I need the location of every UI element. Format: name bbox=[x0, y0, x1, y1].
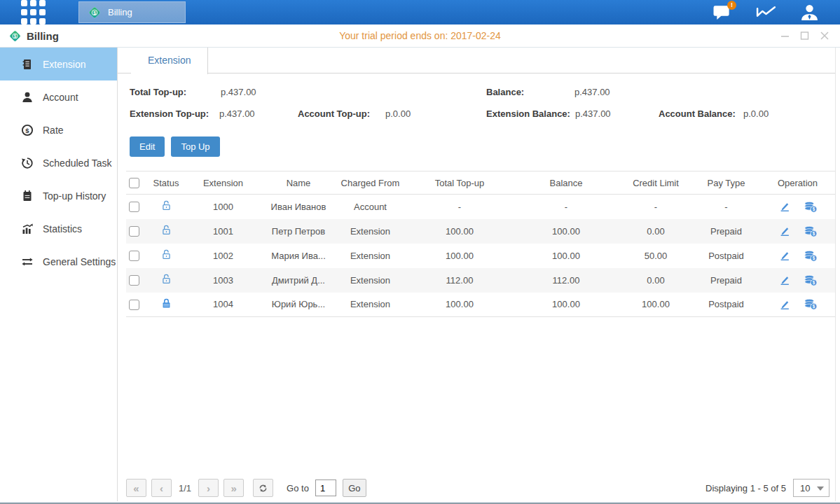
table-row: 1002 Мария Ива... Extension 100.00 100.0… bbox=[126, 244, 835, 268]
cell-name: Иван Иванов bbox=[263, 195, 334, 219]
sliders-icon bbox=[21, 255, 34, 268]
close-button[interactable] bbox=[819, 30, 830, 41]
sidebar-item-topup-history[interactable]: Top-up History bbox=[0, 179, 117, 212]
row-checkbox[interactable] bbox=[129, 251, 139, 261]
goto-label: Go to bbox=[287, 483, 309, 493]
cell-extension: 1001 bbox=[184, 219, 263, 244]
table-row: 1003 Дмитрий Д... Extension 112.00 112.0… bbox=[126, 268, 835, 293]
edit-icon[interactable] bbox=[778, 274, 791, 286]
lock-open-icon[interactable] bbox=[160, 248, 172, 260]
sidebar-item-scheduled-task[interactable]: Scheduled Task bbox=[0, 146, 117, 179]
account-balance-value: p.0.00 bbox=[743, 108, 769, 119]
table-header-row: Status Extension Name Charged From Total… bbox=[126, 172, 835, 195]
cell-extension: 1002 bbox=[184, 244, 263, 268]
cell-total-topup: 100.00 bbox=[406, 293, 513, 317]
cell-credit-limit: 0.00 bbox=[619, 219, 692, 244]
cell-name: Дмитрий Д... bbox=[263, 268, 334, 293]
next-page-icon: › bbox=[207, 482, 210, 494]
row-checkbox[interactable] bbox=[129, 300, 139, 310]
cell-pay-type: Postpaid bbox=[692, 244, 760, 268]
chevron-down-icon bbox=[817, 486, 824, 491]
sidebar-item-label: Statistics bbox=[43, 223, 82, 234]
taskbar: Billing ! bbox=[0, 0, 840, 24]
refresh-icon bbox=[258, 483, 268, 493]
apps-grid-icon[interactable] bbox=[21, 0, 46, 24]
cell-total-topup: 100.00 bbox=[406, 244, 513, 268]
account-menu-button[interactable] bbox=[798, 3, 820, 22]
sidebar-item-extension[interactable]: Extension bbox=[0, 48, 117, 80]
total-topup-label: Total Top-up: bbox=[130, 87, 186, 97]
edit-icon[interactable] bbox=[778, 200, 791, 213]
cell-charged-from: Extension bbox=[334, 219, 406, 244]
extensions-table: Status Extension Name Charged From Total… bbox=[126, 171, 835, 317]
prev-page-button[interactable]: ‹ bbox=[151, 479, 172, 497]
sidebar-item-account[interactable]: Account bbox=[0, 80, 117, 113]
maximize-button[interactable] bbox=[799, 30, 811, 41]
header-credit-limit: Credit Limit bbox=[619, 172, 692, 195]
lock-open-icon[interactable] bbox=[160, 273, 172, 285]
extension-balance-label: Extension Balance: bbox=[486, 108, 570, 119]
cell-extension: 1000 bbox=[184, 195, 263, 219]
sidebar-item-general-settings[interactable]: General Settings bbox=[0, 245, 117, 278]
tab-strip: Extension bbox=[118, 48, 835, 74]
line-chart-icon bbox=[755, 4, 777, 21]
header-total-topup: Total Top-up bbox=[406, 172, 513, 195]
edit-icon[interactable] bbox=[778, 298, 791, 311]
billing-app-icon bbox=[88, 6, 102, 20]
header-pay-type: Pay Type bbox=[692, 172, 760, 195]
edit-icon[interactable] bbox=[778, 225, 791, 237]
cell-pay-type: - bbox=[692, 195, 760, 219]
dollar-circle-icon bbox=[21, 124, 34, 136]
reports-button[interactable] bbox=[755, 3, 777, 22]
top-up-icon[interactable] bbox=[804, 200, 818, 214]
sidebar-item-statistics[interactable]: Statistics bbox=[0, 212, 117, 245]
cell-total-topup: 100.00 bbox=[406, 219, 513, 244]
cell-charged-from: Extension bbox=[334, 244, 406, 268]
trial-message: Your trial period ends on: 2017-02-24 bbox=[0, 30, 840, 41]
cell-pay-type: Prepaid bbox=[692, 219, 760, 244]
top-up-icon[interactable] bbox=[804, 298, 818, 311]
account-balance-label: Account Balance: bbox=[659, 108, 736, 119]
messages-button[interactable]: ! bbox=[711, 3, 734, 22]
header-status: Status bbox=[149, 172, 184, 195]
minimize-button[interactable] bbox=[780, 30, 791, 41]
row-checkbox[interactable] bbox=[129, 202, 139, 212]
account-topup-label: Account Top-up: bbox=[298, 108, 370, 119]
displaying-text: Displaying 1 - 5 of 5 bbox=[705, 483, 786, 493]
top-up-icon[interactable] bbox=[804, 249, 818, 262]
cell-name: Петр Петров bbox=[263, 219, 334, 244]
next-page-button[interactable]: › bbox=[198, 479, 219, 497]
top-up-button[interactable]: Top Up bbox=[171, 136, 219, 157]
tab-extension[interactable]: Extension bbox=[131, 48, 208, 74]
lock-closed-icon[interactable] bbox=[160, 298, 172, 309]
edit-icon[interactable] bbox=[778, 249, 791, 262]
cell-pay-type: Postpaid bbox=[692, 293, 760, 317]
select-all-checkbox[interactable] bbox=[129, 178, 139, 188]
last-page-button[interactable]: » bbox=[223, 479, 244, 497]
last-page-icon: » bbox=[230, 482, 236, 494]
row-checkbox[interactable] bbox=[129, 226, 139, 237]
cell-balance: 100.00 bbox=[513, 244, 619, 268]
bar-chart-icon bbox=[21, 223, 34, 235]
cell-balance: - bbox=[513, 195, 619, 219]
cell-extension: 1003 bbox=[184, 268, 263, 293]
billing-window-icon bbox=[8, 29, 22, 43]
table-row: 1000 Иван Иванов Account - - - - bbox=[126, 195, 835, 219]
go-button[interactable]: Go bbox=[343, 479, 366, 497]
edit-button[interactable]: Edit bbox=[130, 136, 165, 157]
sidebar-item-rate[interactable]: Rate bbox=[0, 113, 117, 146]
top-up-icon[interactable] bbox=[804, 274, 818, 287]
cell-credit-limit: 50.00 bbox=[619, 244, 692, 268]
taskbar-tab-billing[interactable]: Billing bbox=[78, 1, 186, 23]
lock-open-icon[interactable] bbox=[160, 224, 172, 236]
row-checkbox[interactable] bbox=[129, 275, 139, 286]
page-size-select[interactable]: 10 bbox=[793, 479, 829, 497]
lock-open-icon[interactable] bbox=[160, 200, 172, 211]
sidebar-item-label: Top-up History bbox=[43, 190, 106, 202]
refresh-button[interactable] bbox=[253, 479, 273, 497]
cell-pay-type: Prepaid bbox=[692, 268, 760, 293]
cell-credit-limit: - bbox=[619, 195, 692, 219]
goto-page-input[interactable] bbox=[315, 479, 336, 496]
top-up-icon[interactable] bbox=[804, 225, 818, 238]
first-page-button[interactable]: « bbox=[126, 479, 146, 497]
